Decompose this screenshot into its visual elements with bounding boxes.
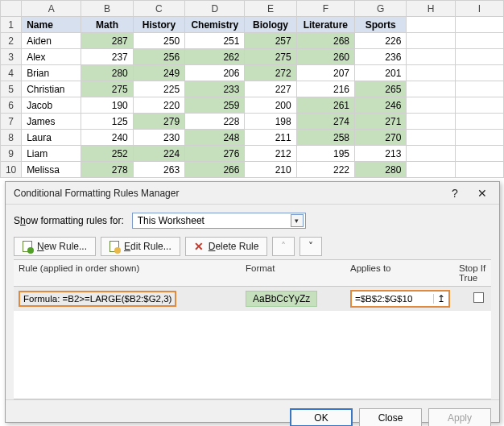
- col-C[interactable]: C: [133, 1, 184, 17]
- cell[interactable]: 200: [245, 97, 296, 114]
- cell[interactable]: James: [22, 114, 81, 130]
- cell[interactable]: 274: [296, 114, 354, 130]
- cell[interactable]: 261: [296, 97, 354, 114]
- cell[interactable]: 276: [185, 146, 245, 162]
- cell[interactable]: 222: [296, 162, 354, 178]
- cell[interactable]: 263: [133, 162, 184, 178]
- cell[interactable]: 190: [81, 97, 133, 114]
- cell[interactable]: [455, 49, 503, 65]
- cell[interactable]: 198: [245, 114, 296, 130]
- cell[interactable]: 252: [81, 146, 133, 162]
- cell[interactable]: [455, 97, 503, 114]
- cell[interactable]: 236: [355, 49, 407, 65]
- cell[interactable]: Alex: [22, 49, 81, 65]
- cell[interactable]: 210: [245, 162, 296, 178]
- col-B[interactable]: B: [81, 1, 133, 17]
- new-rule-button[interactable]: New Rule...: [14, 237, 96, 256]
- row-header[interactable]: 1: [1, 17, 22, 33]
- close-icon[interactable]: ✕: [469, 182, 496, 204]
- move-down-button[interactable]: ˅: [300, 237, 322, 256]
- applies-to-input[interactable]: =$B$2:$G$10 ↥: [350, 290, 450, 308]
- cell[interactable]: History: [133, 17, 184, 33]
- row-header[interactable]: 6: [1, 97, 22, 114]
- cell[interactable]: 207: [296, 65, 354, 81]
- move-up-button[interactable]: ˄: [272, 237, 295, 256]
- cell[interactable]: Jacob: [22, 97, 81, 114]
- cell[interactable]: 224: [133, 146, 184, 162]
- cell[interactable]: 248: [185, 130, 245, 146]
- cell[interactable]: 216: [296, 81, 354, 97]
- row-header[interactable]: 10: [1, 162, 22, 178]
- cell[interactable]: 249: [133, 65, 184, 81]
- cell[interactable]: 272: [245, 65, 296, 81]
- cell[interactable]: 262: [185, 49, 245, 65]
- row-header[interactable]: 9: [1, 146, 22, 162]
- cell[interactable]: 278: [81, 162, 133, 178]
- cell[interactable]: 226: [355, 33, 407, 49]
- cell[interactable]: Melissa: [22, 162, 81, 178]
- cell[interactable]: 287: [81, 33, 133, 49]
- cell[interactable]: [407, 114, 455, 130]
- select-all-corner[interactable]: [1, 1, 22, 17]
- scope-select[interactable]: This Worksheet ▾: [132, 213, 306, 229]
- cell[interactable]: 265: [355, 81, 407, 97]
- cell[interactable]: 211: [245, 130, 296, 146]
- cell[interactable]: Brian: [22, 65, 81, 81]
- row-header[interactable]: 3: [1, 49, 22, 65]
- cell[interactable]: 260: [296, 49, 354, 65]
- row-header[interactable]: 4: [1, 65, 22, 81]
- cell[interactable]: 271: [355, 114, 407, 130]
- help-button[interactable]: ?: [441, 182, 469, 204]
- cell[interactable]: [455, 162, 503, 178]
- rule-row[interactable]: Formula: =B2>=LARGE($B2:$G2,3) AaBbCcYyZ…: [14, 287, 491, 311]
- cell[interactable]: 206: [185, 65, 245, 81]
- cell[interactable]: [407, 49, 455, 65]
- cell[interactable]: 213: [355, 146, 407, 162]
- cell[interactable]: 227: [245, 81, 296, 97]
- cell[interactable]: [455, 17, 503, 33]
- cell[interactable]: 230: [133, 130, 184, 146]
- cell[interactable]: 220: [133, 97, 184, 114]
- cell[interactable]: 240: [81, 130, 133, 146]
- cell[interactable]: 280: [81, 65, 133, 81]
- cell[interactable]: Biology: [245, 17, 296, 33]
- cell[interactable]: Liam: [22, 146, 81, 162]
- cell[interactable]: Sports: [355, 17, 407, 33]
- row-header[interactable]: 2: [1, 33, 22, 49]
- col-A[interactable]: A: [22, 1, 81, 17]
- apply-button[interactable]: Apply: [428, 408, 491, 426]
- cell[interactable]: 258: [296, 130, 354, 146]
- range-picker-icon[interactable]: ↥: [434, 293, 448, 304]
- col-D[interactable]: D: [185, 1, 245, 17]
- ok-button[interactable]: OK: [290, 408, 353, 426]
- col-E[interactable]: E: [245, 1, 296, 17]
- cell[interactable]: 228: [185, 114, 245, 130]
- cell[interactable]: 256: [133, 49, 184, 65]
- cell[interactable]: [407, 162, 455, 178]
- cell[interactable]: [407, 65, 455, 81]
- cell[interactable]: Christian: [22, 81, 81, 97]
- cell[interactable]: [407, 130, 455, 146]
- cell[interactable]: 237: [81, 49, 133, 65]
- cell[interactable]: 275: [81, 81, 133, 97]
- cell[interactable]: 280: [355, 162, 407, 178]
- cell[interactable]: Laura: [22, 130, 81, 146]
- cell[interactable]: Name: [22, 17, 81, 33]
- cell[interactable]: [455, 33, 503, 49]
- row-header[interactable]: 7: [1, 114, 22, 130]
- cell[interactable]: Math: [81, 17, 133, 33]
- cell[interactable]: [455, 130, 503, 146]
- cell[interactable]: [407, 17, 455, 33]
- col-F[interactable]: F: [296, 1, 354, 17]
- delete-rule-button[interactable]: ✕ Delete Rule: [185, 237, 268, 256]
- col-I[interactable]: I: [455, 1, 503, 17]
- cell[interactable]: [407, 97, 455, 114]
- cell[interactable]: 225: [133, 81, 184, 97]
- cell[interactable]: 250: [133, 33, 184, 49]
- cell[interactable]: 201: [355, 65, 407, 81]
- cell[interactable]: [407, 33, 455, 49]
- cell[interactable]: 246: [355, 97, 407, 114]
- cell[interactable]: 266: [185, 162, 245, 178]
- cell[interactable]: 275: [245, 49, 296, 65]
- cell[interactable]: 195: [296, 146, 354, 162]
